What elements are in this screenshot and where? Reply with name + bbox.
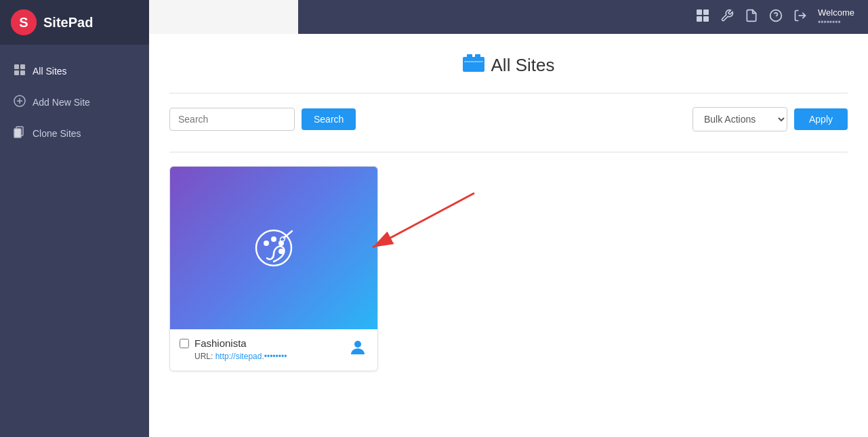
- svg-rect-14: [703, 16, 709, 22]
- all-sites-icon: [14, 64, 26, 79]
- sidebar-item-label: Clone Sites: [33, 128, 81, 139]
- site-card-footer: Fashionista URL: http://sitepad.••••••••: [170, 329, 377, 371]
- site-name: Fashionista: [194, 337, 247, 349]
- site-card: Fashionista URL: http://sitepad.••••••••: [169, 166, 378, 371]
- svg-point-23: [264, 241, 269, 246]
- search-input[interactable]: [169, 108, 295, 131]
- svg-text:S: S: [19, 15, 28, 30]
- sidebar-nav: All Sites Add New Site Clone Sites: [0, 45, 149, 160]
- help-icon[interactable]: [769, 9, 783, 26]
- svg-rect-2: [14, 64, 19, 69]
- svg-rect-13: [697, 16, 702, 22]
- apply-button[interactable]: Apply: [794, 108, 848, 130]
- sidebar-item-add-new-site[interactable]: Add New Site: [0, 87, 149, 118]
- site-url-link[interactable]: http://sitepad.••••••••: [215, 352, 287, 361]
- svg-rect-19: [467, 54, 472, 58]
- svg-rect-12: [703, 9, 709, 15]
- svg-rect-11: [697, 9, 702, 15]
- site-card-thumbnail[interactable]: [170, 167, 377, 329]
- sites-grid: Fashionista URL: http://sitepad.••••••••: [169, 166, 848, 371]
- sidebar-item-label: Add New Site: [33, 97, 90, 108]
- svg-rect-4: [14, 70, 19, 75]
- clone-sites-icon: [14, 126, 26, 141]
- wrench-icon[interactable]: [720, 9, 734, 26]
- site-name-row: Fashionista: [180, 337, 287, 349]
- welcome-block: Welcome ••••••••: [818, 7, 854, 27]
- sidebar-item-label: All Sites: [33, 66, 67, 77]
- topbar: Welcome ••••••••: [298, 0, 868, 34]
- svg-point-29: [354, 341, 361, 348]
- svg-rect-3: [20, 64, 25, 69]
- bulk-actions-select[interactable]: Bulk Actions Delete Enable Disable: [693, 107, 787, 131]
- username-label: ••••••••: [818, 18, 854, 27]
- logout-icon[interactable]: [793, 9, 807, 26]
- site-checkbox[interactable]: [180, 339, 189, 348]
- sidebar-item-all-sites[interactable]: All Sites: [0, 56, 149, 87]
- sidebar-header: S SitePad: [0, 0, 149, 45]
- site-card-info: Fashionista URL: http://sitepad.••••••••: [180, 337, 287, 361]
- palette-icon: [250, 224, 297, 272]
- welcome-label: Welcome: [818, 7, 854, 18]
- title-divider: [169, 93, 848, 93]
- page-title: All Sites: [491, 55, 555, 76]
- svg-rect-20: [475, 54, 480, 58]
- svg-rect-18: [463, 57, 484, 72]
- sidebar: S SitePad All Sites: [0, 0, 149, 437]
- toolbar-divider: [169, 152, 848, 152]
- sidebar-item-clone-sites[interactable]: Clone Sites: [0, 118, 149, 149]
- svg-line-31: [373, 193, 474, 247]
- page-title-row: All Sites: [169, 54, 848, 77]
- svg-rect-5: [20, 70, 25, 75]
- svg-point-24: [271, 236, 276, 242]
- app-logo-text: SitePad: [43, 15, 93, 30]
- toolbar: Search Bulk Actions Delete Enable Disabl…: [169, 107, 848, 131]
- main-content: All Sites Search Bulk Actions Delete Ena…: [149, 34, 868, 437]
- file-icon[interactable]: [745, 9, 758, 26]
- svg-rect-21: [464, 61, 483, 62]
- grid-icon[interactable]: [696, 9, 709, 26]
- add-site-icon: [14, 95, 26, 110]
- logo-icon: S: [11, 9, 37, 35]
- search-button[interactable]: Search: [302, 108, 356, 130]
- svg-rect-10: [14, 129, 21, 138]
- user-avatar-icon[interactable]: [348, 337, 368, 362]
- page-title-icon: [463, 54, 484, 77]
- site-url: URL: http://sitepad.••••••••: [194, 352, 287, 361]
